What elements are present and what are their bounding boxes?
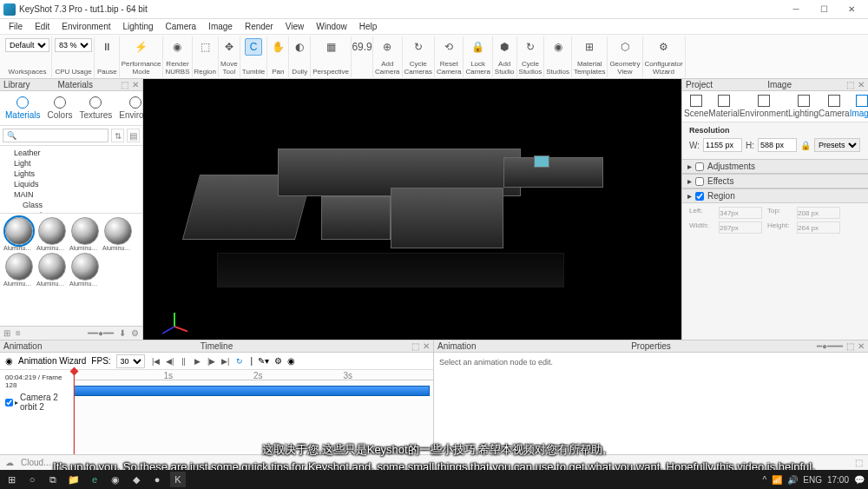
fps-select[interactable]: 30: [116, 354, 145, 368]
toolbar-configurator-wizard[interactable]: ⚙: [655, 38, 673, 56]
menu-file[interactable]: File: [3, 20, 28, 33]
toolbar-move-tool[interactable]: ✥: [220, 38, 238, 56]
close-button[interactable]: ✕: [838, 2, 865, 17]
anim-wizard-icon[interactable]: ◉: [5, 356, 13, 366]
screenshot-icon[interactable]: ⬚: [855, 458, 863, 467]
menu-image[interactable]: Image: [203, 20, 238, 33]
toolbar-studios[interactable]: ◉: [549, 38, 567, 56]
panel-close-icon[interactable]: ✕: [858, 341, 865, 351]
region-top[interactable]: [797, 207, 840, 219]
render-viewport[interactable]: [143, 79, 681, 340]
search-input[interactable]: [3, 129, 108, 142]
toolbar-region[interactable]: ⬚: [196, 38, 214, 56]
material-thumb[interactable]: Aluminum B...: [3, 217, 35, 251]
track-label[interactable]: ▸ Camera 2 orbit 2: [2, 391, 71, 413]
chrome-icon[interactable]: ◉: [108, 472, 123, 487]
settings-icon[interactable]: ⚙: [131, 328, 139, 338]
toolbar-add-camera[interactable]: ⊕: [378, 38, 396, 56]
lang-indicator[interactable]: ENG: [803, 475, 822, 485]
pause-button[interactable]: ||: [178, 355, 190, 367]
minimize-button[interactable]: ─: [783, 2, 809, 17]
explorer-icon[interactable]: 📁: [66, 472, 82, 487]
projtab-environment[interactable]: Environment: [740, 95, 788, 118]
menu-view[interactable]: View: [280, 20, 310, 33]
import-icon[interactable]: ⬇: [119, 328, 126, 338]
view-grid-icon[interactable]: ⊞: [3, 328, 10, 338]
notifications-icon[interactable]: 💬: [854, 475, 865, 485]
anim-wizard-label[interactable]: Animation Wizard: [18, 356, 86, 366]
material-thumb[interactable]: Aluminum T...: [69, 253, 101, 287]
toolbar-performance-mode[interactable]: ⚡: [133, 38, 150, 56]
loop-button[interactable]: ↻: [233, 355, 246, 367]
next-frame-button[interactable]: |▶: [206, 355, 218, 367]
prev-frame-button[interactable]: ◀|: [164, 355, 176, 367]
toolbar-pan[interactable]: ✋: [269, 38, 286, 56]
material-thumb[interactable]: Aluminum B...: [36, 217, 68, 251]
menu-camera[interactable]: Camera: [161, 20, 202, 33]
projtab-scene[interactable]: Scene: [684, 95, 708, 118]
keyframe-icon[interactable]: ✎▾: [258, 356, 269, 366]
first-frame-button[interactable]: |◀: [150, 355, 162, 367]
undock-icon[interactable]: ⬚: [846, 80, 854, 89]
volume-icon[interactable]: 🔊: [787, 475, 798, 485]
toolbar-geometry-view[interactable]: ⬡: [616, 38, 634, 56]
libtab-textures[interactable]: Textures: [76, 95, 115, 122]
undock-icon[interactable]: ⬚: [411, 341, 419, 351]
toolbar-reset-camera[interactable]: ⟲: [440, 38, 457, 56]
presets-select[interactable]: Presets: [814, 138, 860, 152]
material-thumb[interactable]: Aluminum R...: [102, 217, 134, 251]
cpu-select[interactable]: 83 %: [55, 38, 92, 52]
tree-item[interactable]: Light: [2, 158, 141, 169]
task-view-icon[interactable]: ⧉: [45, 472, 61, 487]
menu-help[interactable]: Help: [354, 20, 383, 33]
region-height[interactable]: [797, 221, 840, 234]
toolbar-cycle-studios[interactable]: ↻: [522, 38, 539, 56]
app-icon[interactable]: ◆: [128, 472, 144, 487]
filter-icon[interactable]: ▤: [127, 129, 140, 142]
menu-edit[interactable]: Edit: [30, 20, 55, 33]
app-icon[interactable]: ●: [149, 472, 165, 487]
view-list-icon[interactable]: ≡: [16, 328, 21, 338]
toolbar-render-nurbs[interactable]: ◉: [168, 38, 186, 56]
timeline-track[interactable]: 1s2s3s: [74, 370, 433, 457]
cortana-icon[interactable]: ○: [24, 472, 40, 487]
tray-up-icon[interactable]: ^: [763, 475, 767, 485]
projtab-image[interactable]: Image: [850, 95, 868, 118]
section-adjustments[interactable]: ▸Adjustments: [682, 159, 868, 174]
start-button[interactable]: ⊞: [3, 472, 19, 487]
edge-icon[interactable]: e: [87, 472, 102, 487]
panel-close-icon[interactable]: ✕: [423, 341, 430, 351]
libtab-materials[interactable]: Materials: [2, 95, 44, 122]
tree-item[interactable]: Lights: [2, 169, 141, 179]
panel-close-icon[interactable]: ✕: [858, 80, 865, 89]
material-thumb[interactable]: Aluminum R...: [69, 217, 101, 251]
maximize-button[interactable]: ☐: [811, 2, 837, 17]
keyshot-taskbar-icon[interactable]: K: [170, 472, 186, 487]
toolbar-69.9[interactable]: 69.9: [353, 38, 371, 56]
region-left[interactable]: [719, 207, 762, 219]
playhead[interactable]: [74, 370, 75, 457]
menu-lighting[interactable]: Lighting: [118, 20, 159, 33]
toolbar-lock-camera[interactable]: 🔒: [470, 38, 487, 56]
cloud-icon[interactable]: ☁: [5, 458, 14, 467]
toolbar-add-studio[interactable]: ⬢: [496, 38, 513, 56]
section-effects[interactable]: ▸Effects: [682, 174, 868, 188]
material-thumb[interactable]: Aluminum R...: [36, 253, 68, 287]
height-input[interactable]: [758, 138, 797, 152]
network-icon[interactable]: 📶: [772, 475, 782, 485]
projtab-camera[interactable]: Camera: [819, 95, 850, 118]
menu-render[interactable]: Render: [240, 20, 279, 33]
clock[interactable]: 17:00: [827, 475, 849, 485]
play-button[interactable]: ▶: [192, 355, 204, 367]
section-region[interactable]: ▸Region: [682, 188, 868, 203]
tree-item[interactable]: Leather: [2, 148, 141, 158]
settings-icon[interactable]: ⚙: [274, 356, 282, 366]
sort-icon[interactable]: ⇅: [111, 129, 124, 142]
toolbar-pause[interactable]: ⏸: [98, 38, 115, 56]
menu-window[interactable]: Window: [311, 20, 352, 33]
toolbar-perspective[interactable]: ▦: [322, 38, 339, 56]
undock-icon[interactable]: ⬚: [846, 341, 854, 351]
material-thumb[interactable]: Aluminum R...: [3, 253, 35, 287]
toolbar-dolly[interactable]: ◐: [291, 38, 308, 56]
menu-environment[interactable]: Environment: [56, 20, 115, 33]
